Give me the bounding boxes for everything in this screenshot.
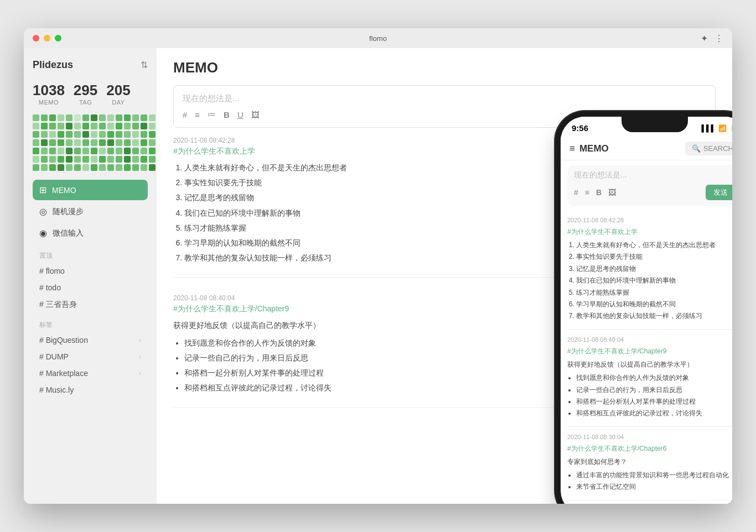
heatmap-cell [74,164,81,171]
tag-count: 295 [74,82,97,99]
heatmap-cell [58,131,64,138]
pinned-tag-flomo[interactable]: # flomo [33,263,148,279]
battery-icon: 🔋 [729,124,732,132]
heatmap-cell [66,148,73,154]
iphone-content: 专家到底如何思考？ 通过丰富的功能性背景知识和将一些思考过程自动化 来节省工作记… [567,456,732,493]
heatmap-cell [41,114,48,121]
heatmap-cell [124,114,131,121]
heatmap-cell [99,114,106,121]
heatmap-cell [49,164,56,171]
iphone-tag[interactable]: #为什么学生不喜欢上学/Chapter6 [567,444,732,453]
heatmap-cell [116,156,122,163]
iphone-tag[interactable]: #为什么学生不喜欢上学/Chapter9 [567,347,732,356]
minimize-button[interactable] [44,35,50,41]
heatmap-cell [91,148,97,154]
wechat-nav-icon: ◉ [39,228,47,238]
title-bar-actions: ✦ ⋮ [701,33,723,44]
list-item: 事实性知识要先于技能 [576,251,732,262]
search-icon: 🔍 [692,144,701,153]
list-item: 人类生来就有好奇心，但不是天生的杰出思想者 [576,239,732,251]
heatmap-cell [66,156,73,163]
tag-item-bigquestion[interactable]: # BigQuestion › [33,332,148,348]
heatmap-cell [33,131,39,138]
title-bar: flomo ✦ ⋮ [24,28,732,48]
pinned-section-label: 置顶 [33,244,148,263]
list-item: 记录一些自己的行为，用来日后反思 [576,384,732,395]
stat-tag: 295 TAG [74,82,97,106]
heatmap-cell [124,164,131,171]
memo-intro: 专家到底如何思考？ [567,456,732,467]
heatmap-cell [49,156,56,163]
iphone-search-button[interactable]: 🔍 SEARCH [685,142,732,155]
list-item: 我们在已知的环境中理解新的事物 [576,275,732,286]
puzzle-icon[interactable]: ✦ [701,33,708,44]
heatmap-cell [107,139,114,146]
pinned-tag-todo[interactable]: # todo [33,279,148,296]
list-item: 记忆是思考的残留物 [576,263,732,274]
memo-intro: 获得更好地反馈（以提高自己的教学水平） [567,359,732,370]
heatmap-cell [33,164,39,171]
user-chevron-icon[interactable]: ⇅ [141,60,148,70]
heatmap-cell [99,164,106,171]
iphone-send-button[interactable]: 发送 [706,185,732,200]
underline-button[interactable]: U [237,110,244,119]
heatmap-cell [149,148,156,154]
heatmap-cell [99,148,106,154]
bold-button[interactable]: B [224,110,230,119]
bold-icon[interactable]: B [596,188,602,197]
heatmap-cell [116,164,122,171]
iphone-timestamp: 2020-11-08 08:40:04 [567,336,624,343]
hashtag-button[interactable]: # [183,110,187,119]
heatmap-cell [41,131,48,138]
iphone-memo-title: ≡ MEMO [569,143,609,154]
nav-item-wechat[interactable]: ◉ 微信输入 [33,223,148,243]
pinned-tag-s省[interactable]: # 三省吾身 [33,296,148,314]
unordered-list-button[interactable]: ≡ [195,110,200,119]
heatmap-cell [141,139,147,146]
image-button[interactable]: 🖼 [251,110,260,119]
iphone-memo-top: 2020-11-08 08:42:28 ··· [567,217,732,226]
heatmap-cell [41,164,48,171]
stats-row: 1038 MEMO 295 TAG 205 DAY [33,82,148,106]
memo-nav-icon: ⊞ [39,185,46,195]
heatmap-cell [74,156,81,163]
heatmap-cell [91,114,97,121]
heatmap-cell [49,139,56,146]
hamburger-icon[interactable]: ≡ [569,143,575,154]
more-icon[interactable]: ⋮ [714,33,723,44]
heatmap-cell [141,131,147,138]
heatmap-cell [82,131,89,138]
heatmap-cell [41,148,48,154]
stat-day: 205 DAY [106,82,130,106]
heatmap-cell [107,123,114,129]
nav-item-memo[interactable]: ⊞ MEMO [33,180,148,200]
nav-item-random[interactable]: ◎ 随机漫步 [33,201,148,222]
ordered-list-button[interactable]: ≔ [208,109,216,119]
memo-input-placeholder: 现在的想法是... [183,93,706,104]
iphone-tag[interactable]: #为什么学生不喜欢上学 [567,227,732,237]
iphone-mockup: 9:56 ▌▌▌ 📶 🔋 ≡ MEMO 🔍 SEARCH 现在的想法是... [561,117,732,504]
image-icon[interactable]: 🖼 [608,188,616,197]
heatmap-cell [149,164,156,171]
nav-random-label: 随机漫步 [53,207,84,217]
iphone-status-icons: ▌▌▌ 📶 🔋 [701,124,732,132]
sidebar: Plidezus ⇅ 1038 MEMO 295 TAG 205 DAY [24,48,157,504]
heatmap-cell [74,131,81,138]
heatmap-cell [66,123,73,129]
heatmap-cell [149,139,156,146]
user-name: Plidezus [33,59,73,71]
close-button[interactable] [33,35,39,41]
iphone-input-area[interactable]: 现在的想法是... # ≡ B 🖼 发送 [567,165,732,206]
tag-item-marketplace[interactable]: # Marketplace › [33,365,148,382]
iphone-input-toolbar: # ≡ B 🖼 发送 [574,185,732,200]
heatmap-cell [149,114,156,121]
heatmap-cell [58,123,64,129]
list-item: 练习才能熟练掌握 [576,287,732,298]
list-icon[interactable]: ≡ [585,188,589,197]
heatmap-cell [99,131,106,138]
heatmap-cell [49,123,56,129]
tag-item-dump[interactable]: # DUMP › [33,348,148,365]
maximize-button[interactable] [55,35,61,41]
tag-item-musicly[interactable]: # Music.ly [33,382,148,398]
hashtag-icon[interactable]: # [574,188,578,197]
